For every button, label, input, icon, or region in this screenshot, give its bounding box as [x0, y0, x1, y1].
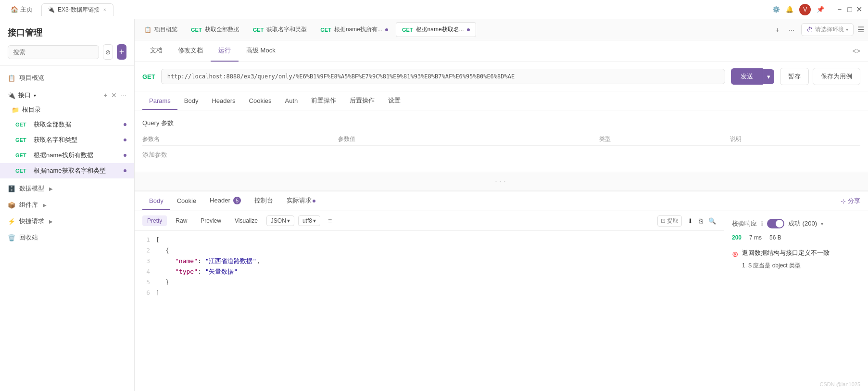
expand-icon[interactable]: <>: [853, 47, 860, 55]
save-as-example-button[interactable]: 保存为用例: [813, 68, 860, 85]
format-raw-btn[interactable]: Raw: [171, 215, 192, 226]
list-item[interactable]: GET 根据name获取名字和类型: [0, 163, 134, 178]
tab-get-all[interactable]: GET 获取全部数据: [185, 23, 245, 37]
status-chevron-icon[interactable]: ▾: [821, 221, 823, 227]
watermark: CSDN @lan1025: [819, 381, 860, 387]
response-content: Pretty Raw Preview Visualize JSON ▾ utf8…: [135, 211, 868, 335]
validate-info-icon: ℹ: [761, 220, 763, 227]
window-controls: － □ ✕: [836, 4, 862, 14]
overview-tab-label: 项目概览: [154, 25, 177, 34]
params-tab-settings[interactable]: 设置: [381, 91, 407, 111]
search-input[interactable]: [8, 45, 99, 59]
hamburger-menu-icon[interactable]: ☰: [857, 25, 864, 34]
params-tab-pre-ops[interactable]: 前置操作: [304, 91, 343, 111]
tab-advanced-mock[interactable]: 高级 Mock: [239, 40, 283, 62]
sidebar-item-component-lib[interactable]: 📦 组件库 ▶: [0, 197, 134, 213]
interface-section-header[interactable]: 🔌 接口 ▾ + ✕ ···: [0, 88, 134, 102]
format-pretty-btn[interactable]: Pretty: [142, 215, 167, 226]
line-wrap-icon[interactable]: ≡: [324, 215, 336, 227]
params-tab-body[interactable]: Body: [177, 92, 205, 110]
home-tab[interactable]: 🏠 主页: [6, 3, 38, 16]
sidebar-item-recycle[interactable]: 🗑️ 回收站: [0, 229, 134, 246]
home-icon: 🏠: [11, 6, 18, 13]
filter-button[interactable]: ⊘: [103, 44, 113, 60]
tab-get-name-by-name[interactable]: GET 根据name获取名...: [396, 22, 476, 37]
format-preview-btn[interactable]: Preview: [196, 215, 226, 226]
tab-doc[interactable]: 文档: [142, 40, 170, 62]
sidebar-item-quick-request[interactable]: ⚡ 快捷请求 ▶: [0, 213, 134, 229]
resp-tab-body[interactable]: Body: [142, 192, 170, 210]
search-icon[interactable]: 🔍: [708, 217, 716, 225]
interface-icon: 🔌: [8, 92, 15, 99]
tab-edit-doc[interactable]: 修改文档: [170, 40, 211, 62]
resp-tab-header[interactable]: Header 5: [203, 192, 248, 211]
tab-close-icon[interactable]: ×: [102, 6, 107, 13]
params-tab-cookies[interactable]: Cookies: [242, 92, 278, 110]
send-dropdown-button[interactable]: ▾: [763, 69, 774, 84]
resp-tab-actual-request[interactable]: 实际请求: [280, 191, 322, 211]
sidebar-header: 接口管理 ⊘ +: [0, 19, 134, 66]
tab-overview[interactable]: 📋 项目概览: [138, 23, 183, 37]
download-icon[interactable]: ⬇: [688, 217, 693, 225]
list-item[interactable]: GET 获取全部数据: [0, 117, 134, 132]
params-tab-params[interactable]: Params: [142, 92, 177, 110]
validate-toggle[interactable]: [767, 219, 784, 228]
add-tab-button[interactable]: +: [772, 24, 782, 36]
maximize-btn[interactable]: □: [847, 5, 852, 14]
component-lib-icon: 📦: [8, 202, 15, 209]
interface-menu-icon[interactable]: ···: [121, 91, 126, 99]
gear-icon[interactable]: ⚙️: [772, 6, 780, 13]
save-draft-button[interactable]: 暂存: [780, 68, 809, 85]
add-button[interactable]: +: [117, 44, 126, 60]
sidebar-item-data-model[interactable]: 🗄️ 数据模型 ▶: [0, 180, 134, 197]
avatar-icon[interactable]: V: [799, 4, 811, 15]
method-get-badge: GET: [15, 152, 30, 158]
component-lib-arrow: ▶: [43, 202, 47, 208]
overview-tab-icon: 📋: [144, 26, 151, 33]
params-tabs: Params Body Headers Cookies Auth 前置操作 后置…: [135, 91, 868, 111]
tab-label: 根据name找所有...: [334, 25, 382, 34]
minimize-btn[interactable]: －: [836, 4, 843, 14]
json-format-select[interactable]: JSON ▾: [266, 215, 294, 226]
resp-tab-cookie[interactable]: Cookie: [170, 192, 203, 210]
recycle-icon: 🗑️: [8, 234, 15, 241]
resize-divider[interactable]: ···: [135, 172, 868, 191]
code-content: [: [156, 235, 160, 245]
tab-label: 获取全部数据: [205, 25, 239, 34]
tab-label: 获取名字和类型: [266, 25, 307, 34]
active-tab[interactable]: 🔌 EX3-数据库链接 ×: [41, 3, 113, 16]
more-tabs-button[interactable]: ···: [786, 24, 797, 36]
copy-icon[interactable]: ⎘: [699, 217, 703, 225]
root-folder-label: 根目录: [22, 105, 41, 114]
bell-icon[interactable]: 🔔: [786, 6, 793, 13]
url-input[interactable]: [161, 69, 725, 84]
send-button[interactable]: 发送: [731, 68, 763, 85]
resp-tab-console[interactable]: 控制台: [248, 191, 280, 211]
close-btn[interactable]: ✕: [856, 5, 862, 14]
pin-icon[interactable]: 📌: [817, 6, 824, 13]
list-item[interactable]: GET 获取名字和类型: [0, 132, 134, 148]
url-bar: GET 发送 ▾ 暂存 保存为用例: [135, 62, 868, 91]
env-selector[interactable]: ⏱ 请选择环境 ▾: [801, 23, 854, 36]
response-validation-panel: 校验响应 ℹ 成功 (200) ▾ 200 7 ms 56 B ⊗: [724, 211, 868, 335]
params-tab-post-ops[interactable]: 后置操作: [343, 91, 381, 111]
params-table: 参数名 参数值 类型 说明 添加参数: [142, 133, 860, 164]
encoding-select[interactable]: utf8 ▾: [298, 215, 320, 226]
title-bar-icons: ⚙️ 🔔 V 📌: [772, 4, 824, 15]
list-item[interactable]: GET 根据name找所有数据: [0, 148, 134, 163]
sidebar-item-overview[interactable]: 📋 项目概览: [0, 70, 134, 86]
format-visualize-btn[interactable]: Visualize: [230, 215, 263, 226]
tab-get-name-type[interactable]: GET 获取名字和类型: [247, 23, 313, 37]
share-button[interactable]: ⊹ 分享: [841, 197, 860, 205]
tab-run[interactable]: 运行: [211, 40, 239, 62]
api-dot-indicator: [124, 139, 126, 141]
tab-get-by-name[interactable]: GET 根据name找所有...: [314, 23, 394, 37]
params-tab-headers[interactable]: Headers: [205, 92, 242, 110]
add-param-button[interactable]: 添加参数: [142, 146, 860, 164]
interface-add-icon[interactable]: +: [103, 91, 107, 99]
interface-more-icon[interactable]: ✕: [111, 91, 117, 99]
root-folder[interactable]: 📁 根目录: [0, 102, 134, 117]
code-line: 2 {: [142, 245, 716, 256]
params-tab-auth[interactable]: Auth: [278, 92, 305, 110]
extract-icon[interactable]: ⊡ 提取: [657, 215, 682, 227]
